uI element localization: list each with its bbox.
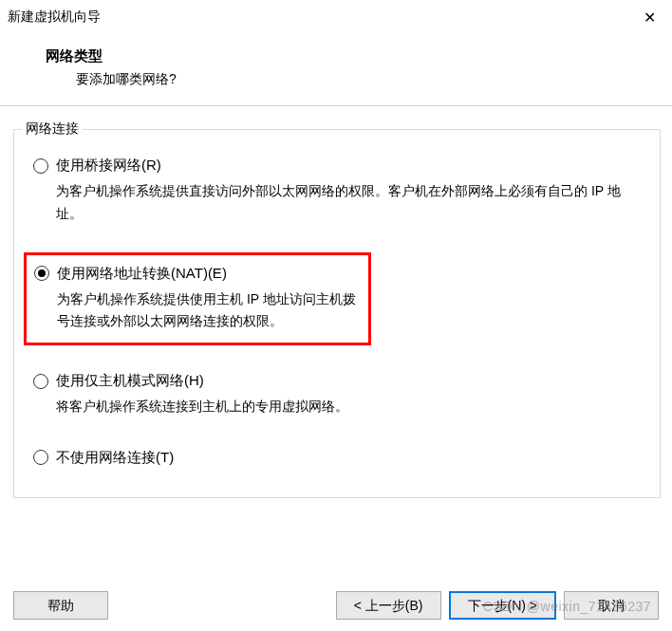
option-hostonly-desc: 将客户机操作系统连接到主机上的专用虚拟网络。 xyxy=(56,396,641,418)
option-nat-desc: 为客户机操作系统提供使用主机 IP 地址访问主机拨号连接或外部以太网网络连接的权… xyxy=(57,288,363,334)
content-area: 网络连接 使用桥接网络(R) 为客户机操作系统提供直接访问外部以太网网络的权限。… xyxy=(0,106,672,498)
option-hostonly[interactable]: 使用仅主机模式网络(H) 将客户机操作系统连接到主机上的专用虚拟网络。 xyxy=(28,368,646,422)
close-icon[interactable]: ✕ xyxy=(638,9,661,27)
option-none[interactable]: 不使用网络连接(T) xyxy=(28,445,646,471)
network-groupbox: 网络连接 使用桥接网络(R) 为客户机操作系统提供直接访问外部以太网网络的权限。… xyxy=(13,129,661,498)
option-hostonly-label: 使用仅主机模式网络(H) xyxy=(56,372,204,390)
option-nat[interactable]: 使用网络地址转换(NAT)(E) 为客户机操作系统提供使用主机 IP 地址访问主… xyxy=(24,252,371,346)
help-button[interactable]: 帮助 xyxy=(13,591,108,620)
radio-bridged[interactable] xyxy=(33,158,48,174)
wizard-header: 网络类型 要添加哪类网络? xyxy=(0,34,672,105)
option-none-label: 不使用网络连接(T) xyxy=(56,449,174,467)
titlebar: 新建虚拟机向导 ✕ xyxy=(0,0,672,34)
option-bridged-label: 使用桥接网络(R) xyxy=(56,157,161,175)
nav-button-group: < 上一步(B) 下一步(N) > 取消 xyxy=(336,591,659,620)
back-button[interactable]: < 上一步(B) xyxy=(336,591,441,620)
page-subtitle: 要添加哪类网络? xyxy=(76,71,644,88)
window-title: 新建虚拟机向导 xyxy=(8,9,101,26)
option-bridged[interactable]: 使用桥接网络(R) 为客户机操作系统提供直接访问外部以太网网络的权限。客户机在外… xyxy=(28,153,646,230)
radio-hostonly[interactable] xyxy=(33,374,48,389)
option-bridged-desc: 为客户机操作系统提供直接访问外部以太网网络的权限。客户机在外部网络上必须有自己的… xyxy=(56,180,641,226)
next-button[interactable]: 下一步(N) > xyxy=(449,591,557,620)
option-nat-label: 使用网络地址转换(NAT)(E) xyxy=(57,265,227,283)
page-title: 网络类型 xyxy=(46,47,644,65)
radio-none[interactable] xyxy=(33,450,48,465)
radio-nat[interactable] xyxy=(34,266,49,281)
cancel-button[interactable]: 取消 xyxy=(564,591,659,620)
groupbox-title: 网络连接 xyxy=(22,121,83,138)
button-bar: 帮助 < 上一步(B) 下一步(N) > 取消 xyxy=(0,591,672,620)
